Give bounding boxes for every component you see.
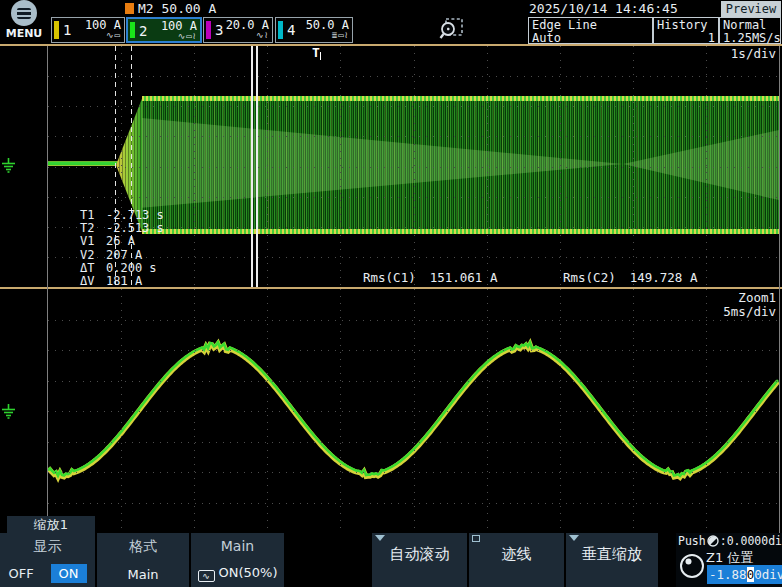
graticule-line <box>48 411 779 412</box>
graticule-line <box>48 320 779 321</box>
graticule-line <box>48 106 779 107</box>
plot-right-border <box>779 46 780 533</box>
display-softkey[interactable]: 显示 OFF ON <box>0 533 95 587</box>
vertical-zoom-label: 垂直缩放 <box>566 545 658 564</box>
main-timebase-label: 1s/div <box>731 47 776 61</box>
channel-ground-marker-zoom <box>1 404 16 423</box>
acquisition-mode: Normal <box>723 19 779 31</box>
channel-ground-marker-main <box>1 158 16 177</box>
channel-2-coupling-icons: ∿▭≀ <box>178 32 197 41</box>
vertical-zoom-softkey[interactable]: 垂直缩放 <box>566 533 658 587</box>
display-off-option[interactable]: OFF <box>8 566 33 581</box>
trigger-settings-box[interactable]: Edge Line Auto <box>528 17 653 44</box>
graticule-line <box>48 472 779 473</box>
channel-2-color-bar <box>130 22 135 38</box>
rms-c2-value: 149.728 A <box>630 270 698 285</box>
channel-4-coupling-icons: ≣▭≀ <box>332 31 349 40</box>
z1-position-value[interactable]: -1.8800div <box>707 565 782 584</box>
knob-push-icon <box>707 535 719 547</box>
channel-3-color-bar <box>206 21 211 39</box>
channel-1-number: 1 <box>63 20 71 40</box>
datetime: 2025/10/14 14:46:45 <box>529 1 678 16</box>
channel-1-indicator[interactable]: 1 100 A ∿▭ <box>51 17 125 43</box>
burst-waveform-band <box>142 96 779 234</box>
graticule-line <box>48 167 779 168</box>
display-title: 显示 <box>0 538 95 556</box>
graticule-line <box>48 350 779 351</box>
push-label: Push <box>678 534 706 548</box>
channel-4-color-bar <box>278 21 283 39</box>
channel-2-indicator[interactable]: 2 100 A ∿▭≀ <box>126 17 202 43</box>
auto-scroll-softkey[interactable]: 自动滚动 <box>372 533 467 587</box>
trigger-position-marker: T <box>312 46 321 60</box>
sample-rate: 1.25MS/s <box>723 32 779 44</box>
envelope-bottom-edge <box>142 229 779 234</box>
channel-2-number: 2 <box>139 21 147 39</box>
channel-3-indicator[interactable]: 3 20.0 A ∿≀ <box>203 17 273 43</box>
zoom-timebase: 5ms/div <box>723 305 776 319</box>
history-value: 1 <box>657 32 715 44</box>
graticule-line <box>48 442 779 443</box>
channel-4-number: 4 <box>287 20 295 40</box>
dropdown-icon <box>375 535 385 541</box>
popup-window-icon <box>472 535 480 542</box>
rms-c1-measurement: Rms(C1)151.061 A <box>363 270 497 285</box>
rms-c1-value: 151.061 A <box>430 270 498 285</box>
waveform-display-icon: ∿ <box>198 570 215 582</box>
graticule-line <box>48 381 779 382</box>
math-channel-label: M2 50.00 A <box>138 1 216 16</box>
format-title: 格式 <box>97 538 189 556</box>
main-ratio-softkey[interactable]: Main ∿ON(50%) <box>191 533 284 587</box>
math-channel-color-swatch <box>125 3 134 14</box>
graticule-line <box>48 136 779 137</box>
display-on-option[interactable]: ON <box>51 564 87 583</box>
cursor-readout-block: T1-2.713 sT2-2.513 sV126 AV2207 AΔT0.200… <box>80 209 164 288</box>
rms-c2-measurement: Rms(C2)149.728 A <box>563 270 697 285</box>
envelope-top-edge <box>142 96 779 101</box>
menu-label: MENU <box>0 27 48 40</box>
rms-c2-label: Rms(C2) <box>563 270 616 285</box>
trigger-mode: Auto <box>532 32 649 44</box>
z1-position-knob-panel[interactable]: Push :0.0000div Z1 位置 -1.8800div <box>676 533 782 587</box>
trigger-type: Edge Line <box>532 19 649 31</box>
acquisition-box[interactable]: Normal 1.25MS/s <box>719 17 781 44</box>
auto-scroll-label: 自动滚动 <box>372 545 467 564</box>
dropdown-icon <box>569 535 579 541</box>
channel-1-color-bar <box>54 21 59 39</box>
menu-button[interactable]: MENU <box>0 0 48 42</box>
main-ratio-value: ON(50%) <box>219 565 278 580</box>
readout-row: ΔV181 A <box>80 275 164 288</box>
math-channel-indicator[interactable]: M2 50.00 A <box>125 1 216 16</box>
channel-3-coupling-icons: ∿≀ <box>256 31 269 40</box>
channel-3-number: 3 <box>215 20 223 40</box>
graticule-line <box>48 503 779 504</box>
push-value: :0.0000div <box>720 534 782 548</box>
menu-icon <box>11 0 37 26</box>
zoom-position-cursor[interactable] <box>251 46 258 287</box>
pre-trigger-trace <box>48 161 118 166</box>
knob-push-readout: Push :0.0000div <box>678 534 782 548</box>
zoom-search-icon[interactable] <box>438 16 465 47</box>
channel-1-coupling-icons: ∿▭ <box>106 31 121 40</box>
history-box[interactable]: History 1 <box>653 17 719 44</box>
channel-4-indicator[interactable]: 4 50.0 A ≣▭≀ <box>275 17 353 43</box>
graticule-line <box>48 76 779 77</box>
graticule-line <box>48 197 779 198</box>
preview-badge: Preview <box>721 1 781 17</box>
main-ratio-title: Main <box>191 538 284 554</box>
rms-c1-label: Rms(C1) <box>363 270 416 285</box>
history-label: History <box>657 19 715 31</box>
zoom-waveform-window[interactable] <box>48 289 779 533</box>
zoom-name: Zoom1 <box>723 291 776 305</box>
trace-label: 迹线 <box>469 545 564 564</box>
tab-zoom1[interactable]: 缩放1 <box>7 516 95 534</box>
rotary-knob-icon[interactable] <box>679 553 705 579</box>
format-softkey[interactable]: 格式 Main <box>97 533 189 587</box>
format-value: Main <box>97 567 189 582</box>
zoom-window-title: Zoom1 5ms/div <box>723 291 776 319</box>
trace-softkey[interactable]: 迹线 <box>469 533 564 587</box>
